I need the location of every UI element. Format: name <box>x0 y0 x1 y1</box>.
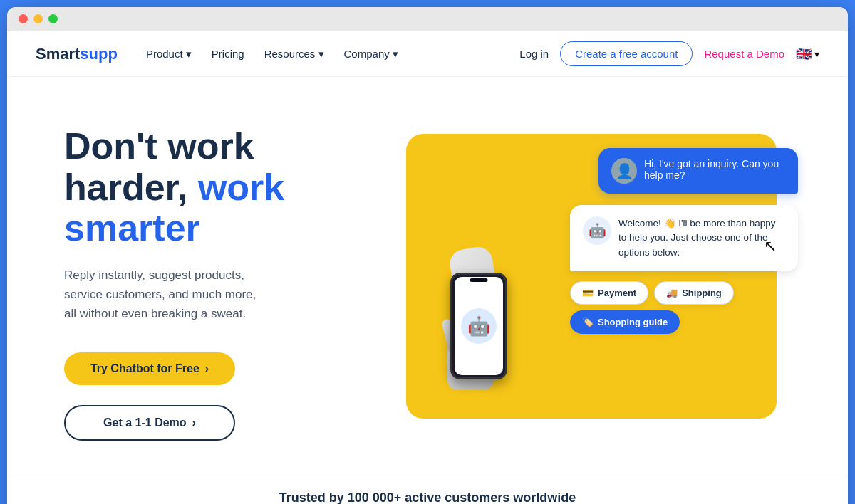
logo-part1: Smart <box>36 45 80 63</box>
user-avatar: 👤 <box>611 158 637 184</box>
try-chatbot-button[interactable]: Try Chatbot for Free › <box>64 352 235 385</box>
quick-reply-payment[interactable]: 💳 Payment <box>570 281 648 305</box>
browser-chrome <box>7 7 848 31</box>
request-demo-button[interactable]: Request a Demo <box>704 48 784 60</box>
hero-title-highlight: worksmarter <box>64 167 284 248</box>
user-chat-bubble: 👤 Hi, I've got an inquiry. Can you help … <box>598 148 798 194</box>
bot-bubble-content: Welcome! 👋 I'll be more than happy to he… <box>618 216 785 260</box>
cursor-icon: ↖ <box>764 237 777 256</box>
logo-part2: supp <box>80 45 118 63</box>
chat-bubbles: 👤 Hi, I've got an inquiry. Can you help … <box>570 148 798 334</box>
hero-left: Don't workharder, worksmarter Reply inst… <box>64 126 363 440</box>
traffic-light-green[interactable] <box>48 14 58 23</box>
logo[interactable]: Smartsupp <box>36 45 118 63</box>
nav-company[interactable]: Company ▾ <box>344 48 398 61</box>
hero-title-line1: Don't workharder, worksmarter <box>64 125 284 248</box>
trusted-section: Trusted by 100 000+ active customers wor… <box>7 476 848 504</box>
payment-label: Payment <box>598 288 636 298</box>
hero-section: Don't workharder, worksmarter Reply inst… <box>7 77 848 476</box>
get-demo-arrow: › <box>192 416 196 429</box>
hero-right: 🤖 👤 <box>363 134 819 433</box>
language-selector[interactable]: 🇬🇧 ▾ <box>796 46 819 62</box>
shopping-emoji: 🏷️ <box>582 317 594 327</box>
try-chatbot-label: Try Chatbot for Free <box>90 362 200 375</box>
flag-icon: 🇬🇧 <box>796 46 812 62</box>
traffic-light-yellow[interactable] <box>33 14 43 23</box>
quick-reply-shopping[interactable]: 🏷️ Shopping guide <box>570 310 680 334</box>
bot-avatar: 🤖 <box>583 216 611 245</box>
chat-illustration: 🤖 👤 <box>392 134 791 433</box>
nav-product[interactable]: Product ▾ <box>146 48 192 61</box>
nav-links: Product ▾ Pricing Resources ▾ Company ▾ <box>146 48 519 61</box>
shopping-label: Shopping guide <box>598 317 668 327</box>
get-demo-button[interactable]: Get a 1-1 Demo › <box>64 405 235 441</box>
bot-bubble-text: Welcome! 👋 I'll be more than happy to he… <box>618 218 775 258</box>
cta-buttons: Try Chatbot for Free › Get a 1-1 Demo › <box>64 352 335 441</box>
hero-title: Don't workharder, worksmarter <box>64 126 335 248</box>
quick-reply-shipping[interactable]: 🚚 Shipping <box>654 281 734 305</box>
trusted-text: Trusted by 100 000+ active customers wor… <box>36 490 819 504</box>
nav-resources[interactable]: Resources ▾ <box>264 48 324 61</box>
quick-replies: 💳 Payment 🚚 Shipping 🏷️ Shopping guide <box>570 281 798 334</box>
nav-actions: Log in Create a free account Request a D… <box>519 41 819 66</box>
traffic-light-red[interactable] <box>19 14 28 23</box>
payment-emoji: 💳 <box>582 288 594 298</box>
login-button[interactable]: Log in <box>519 48 549 60</box>
get-demo-label: Get a 1-1 Demo <box>103 416 186 429</box>
user-bubble-text: Hi, I've got an inquiry. Can you help me… <box>644 158 785 181</box>
shipping-label: Shipping <box>682 288 722 298</box>
hero-subtitle: Reply instantly, suggest products, servi… <box>64 266 335 324</box>
shipping-emoji: 🚚 <box>666 288 678 298</box>
lang-arrow: ▾ <box>814 48 819 60</box>
create-account-button[interactable]: Create a free account <box>560 41 693 66</box>
try-chatbot-arrow: › <box>205 362 209 375</box>
nav-pricing[interactable]: Pricing <box>212 48 244 60</box>
navbar: Smartsupp Product ▾ Pricing Resources ▾ … <box>7 31 848 77</box>
page-content: Smartsupp Product ▾ Pricing Resources ▾ … <box>7 31 848 504</box>
browser-window: Smartsupp Product ▾ Pricing Resources ▾ … <box>7 7 848 504</box>
